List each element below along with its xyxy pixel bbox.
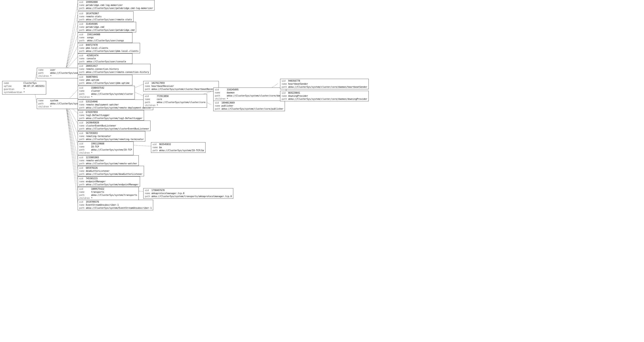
- svg-line-18: [66, 102, 78, 180]
- svg-line-2: [66, 3, 78, 70]
- node-310245095: uid310245095 namedaemon pathakka://Clust…: [213, 88, 286, 101]
- node-940356778: uid940356778 nameheartbeatSender pathakk…: [280, 79, 369, 89]
- node-1827617059: uid1827617059 nameheartbeatReceiver path…: [143, 81, 219, 92]
- node-1501144908: uid1501144908 namesongs pathakka://Clust…: [78, 32, 132, 43]
- svg-line-17: [66, 102, 78, 169]
- svg-line-5: [66, 36, 78, 70]
- node-1814792867: uid1814792867 nameremote-stats pathakka:…: [78, 12, 134, 22]
- node-1809575422: uid1809575422 nametransports pathakka://…: [78, 187, 139, 200]
- node-535154946: uid535154946 nameremote-deployment-watch…: [78, 100, 153, 110]
- node-745365215: uid745365215 nameendpointManager pathakk…: [78, 176, 140, 187]
- node-425852474: uid425852474 nameconsole pathakka://Clus…: [78, 54, 132, 64]
- node-1588437542: uid1588437542 namecluster pathakka://Clu…: [78, 86, 135, 99]
- node-1429645020: uid1429645020 nameclusterEventBusListene…: [78, 120, 150, 131]
- node-965545832: uid965545832 name$a pathakka://ClusterSy…: [151, 142, 206, 153]
- node-314549305: uid314549305 namepetabridge.cmd pathakka…: [78, 22, 136, 32]
- svg-line-3: [66, 15, 78, 70]
- node-685978226: uid685978226 namedeadLetterListener path…: [78, 166, 144, 176]
- node-567393693: uid567393693 nameremoting-terminator pat…: [78, 131, 145, 142]
- system-node: namesystem pathakka://ClusterSys/system …: [37, 98, 83, 109]
- node-1894813669: uid1894813669 namepublisher pathakka://C…: [213, 101, 285, 111]
- node-1919789376: uid1919789376 nameEventStreamUnsubscribe…: [78, 200, 153, 210]
- node-676597859: uid676597859 namelog1-DefaultLogger path…: [78, 110, 144, 120]
- node-1991129660: uid1991129660 nameIO-TCP pathakka://Clus…: [78, 142, 134, 155]
- node-280553417: uid280553417 nameremote-connection-histo…: [78, 64, 150, 74]
- node-1798497678: uid1798497678 nameakkaprotocolmanager.tc…: [143, 188, 233, 199]
- node-560870041: uid560870041 namepbm-uptime pathakka://C…: [78, 75, 132, 85]
- svg-line-6: [66, 46, 78, 70]
- root-node: nameClusterSys upTime00:07:37.4019251 gu…: [2, 81, 46, 94]
- node-199992000: uid199992000 namepetabridge.cmd-log-memo…: [78, 0, 154, 10]
- svg-line-19: [66, 102, 78, 190]
- node-840727478: uid840727478 namepbm-local-clients patha…: [78, 43, 140, 54]
- svg-line-20: [66, 102, 78, 203]
- svg-line-4: [66, 25, 78, 70]
- svg-line-16: [66, 102, 78, 159]
- node-1233081865: uid1233081865 nameremote-watcher pathakk…: [78, 155, 139, 166]
- node-772913850: uid772913850 namecore pathakka://Cluster…: [143, 94, 207, 108]
- svg-line-23: [131, 145, 151, 146]
- node-869229841: uid869229841 namedowningProvider pathakk…: [280, 91, 369, 101]
- user-node: nameuser pathakka://ClusterSys/user chil…: [37, 68, 81, 78]
